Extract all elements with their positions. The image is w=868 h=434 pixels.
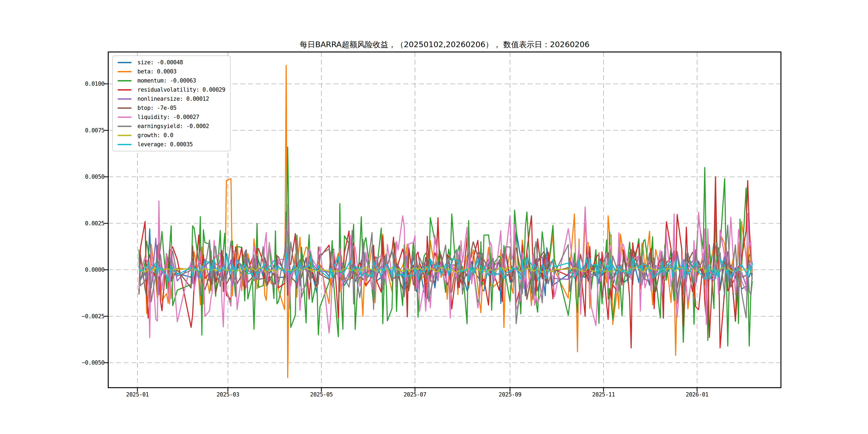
legend-label: beta: 0.0003 <box>137 68 177 75</box>
legend-item-growth: growth: 0.0 <box>118 132 225 138</box>
legend-item-residualvolatility: residualvolatility: 0.00029 <box>118 87 225 93</box>
legend-item-earningsyield: earningsyield: -0.0002 <box>118 123 225 129</box>
legend-label: leverage: 0.00035 <box>137 141 193 148</box>
legend-item-leverage: leverage: 0.00035 <box>118 141 225 148</box>
y-tick-label: 0.0025 <box>40 219 104 228</box>
y-tick-label: 0.0100 <box>40 80 104 88</box>
series-lines <box>139 65 752 378</box>
legend-label: earningsyield: -0.0002 <box>137 123 209 129</box>
chart-canvas: 每日BARRA超额风险收益，（20250102,20260206）， 数值表示日… <box>0 0 868 434</box>
legend-item-size: size: -0.00048 <box>118 59 225 66</box>
legend-label: size: -0.00048 <box>137 59 183 66</box>
legend-item-btop: btop: -7e-05 <box>118 105 225 111</box>
legend-item-momentum: momentum: -0.00063 <box>118 78 225 84</box>
legend-line-swatch <box>118 144 131 145</box>
legend-line-swatch <box>118 117 131 118</box>
y-tick-label: −0.0050 <box>40 359 104 367</box>
y-tick-label: −0.0025 <box>40 312 104 321</box>
legend-label: liquidity: -0.00027 <box>137 114 199 120</box>
legend-line-swatch <box>118 71 131 72</box>
legend-label: residualvolatility: 0.00029 <box>137 87 225 93</box>
x-tick-label: 2025-09 <box>489 391 531 399</box>
legend-line-swatch <box>118 135 131 136</box>
legend-item-nonlinearsize: nonlinearsize: 0.00012 <box>118 96 225 102</box>
x-tick-label: 2025-11 <box>582 391 625 399</box>
x-tick-label: 2026-01 <box>676 391 718 399</box>
legend-line-swatch <box>118 107 131 109</box>
x-tick-label: 2025-03 <box>207 391 249 399</box>
x-tick-label: 2025-01 <box>116 391 159 399</box>
legend-label: btop: -7e-05 <box>137 105 177 111</box>
legend-line-swatch <box>118 80 131 82</box>
y-tick-label: 0.0075 <box>40 126 104 135</box>
series-line-beta <box>139 65 752 378</box>
x-tick-label: 2025-07 <box>394 391 436 399</box>
legend-item-beta: beta: 0.0003 <box>118 68 225 75</box>
legend-box: size: -0.00048beta: 0.0003momentum: -0.0… <box>112 56 231 151</box>
x-tick-label: 2025-05 <box>300 391 343 399</box>
legend-line-swatch <box>118 62 131 63</box>
legend-line-swatch <box>118 98 131 100</box>
legend-label: nonlinearsize: 0.00012 <box>137 96 209 102</box>
legend-line-swatch <box>118 89 131 91</box>
y-tick-label: 0.0050 <box>40 173 104 181</box>
legend-label: momentum: -0.00063 <box>137 78 196 84</box>
y-tick-label: 0.0000 <box>40 266 104 274</box>
legend-label: growth: 0.0 <box>137 132 173 138</box>
legend-item-liquidity: liquidity: -0.00027 <box>118 114 225 120</box>
legend-line-swatch <box>118 126 131 127</box>
